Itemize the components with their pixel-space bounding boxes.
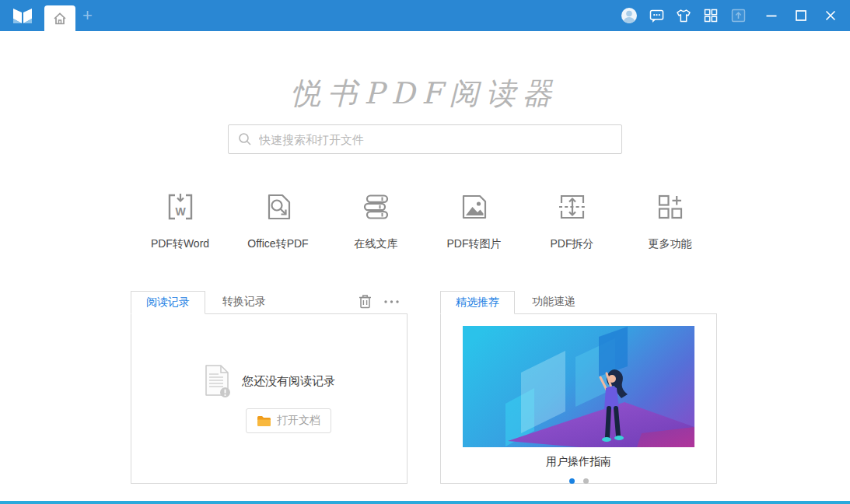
trash-icon[interactable] <box>359 294 372 309</box>
feature-pdf-split[interactable]: PDF拆分 <box>523 190 621 251</box>
open-document-label: 打开文档 <box>277 414 320 428</box>
records-content: 您还没有阅读记录 打开文档 <box>131 313 408 484</box>
pdf-split-icon <box>555 190 589 224</box>
minimize-button[interactable] <box>763 7 780 24</box>
feature-online-library[interactable]: 在线文库 <box>327 190 425 251</box>
carousel-slide-illustration[interactable] <box>463 326 694 447</box>
pdf-to-image-icon <box>457 190 491 224</box>
feature-pdf-to-image[interactable]: PDF转图片 <box>425 190 523 251</box>
apps-grid-icon[interactable] <box>702 7 719 24</box>
feature-pdf-to-word[interactable]: W PDF转Word <box>131 190 229 251</box>
theme-skin-icon[interactable] <box>675 7 692 24</box>
new-tab-button[interactable]: + <box>82 8 93 23</box>
tab-home[interactable] <box>44 5 75 31</box>
feature-label: PDF转图片 <box>425 237 523 251</box>
recommend-panel: 精选推荐 功能速递 <box>440 290 717 484</box>
feedback-icon[interactable] <box>648 7 665 24</box>
empty-state-text: 您还没有阅读记录 <box>242 374 335 389</box>
app-title: 悦书PDF阅读器 <box>0 74 850 114</box>
feature-label: PDF拆分 <box>523 237 621 251</box>
svg-text:W: W <box>175 205 186 218</box>
app-window: + <box>0 0 850 504</box>
close-button[interactable] <box>822 7 839 24</box>
feature-label: PDF转Word <box>131 237 229 251</box>
open-document-button[interactable]: 打开文档 <box>246 408 331 433</box>
records-tools <box>359 294 408 313</box>
recommend-content: 用户操作指南 <box>440 313 717 484</box>
tab-featured[interactable]: 精选推荐 <box>440 291 515 314</box>
folder-icon <box>257 415 271 427</box>
window-controls <box>763 7 839 24</box>
user-avatar[interactable] <box>621 7 638 24</box>
feature-shortcuts: W PDF转Word Office转PDF 在线文库 <box>0 190 850 251</box>
panels-row: 阅读记录 转换记录 <box>131 290 850 484</box>
empty-document-icon <box>203 364 231 398</box>
feature-label: Office转PDF <box>229 237 327 251</box>
tab-convert-history[interactable]: 转换记录 <box>205 290 283 313</box>
records-tabrow: 阅读记录 转换记录 <box>131 290 408 313</box>
titlebar: + <box>0 0 850 31</box>
feature-more[interactable]: 更多功能 <box>621 190 719 251</box>
feature-label: 在线文库 <box>327 237 425 251</box>
search-icon <box>238 132 252 146</box>
home-icon <box>52 11 68 26</box>
more-menu-icon[interactable] <box>383 299 400 304</box>
carousel-dots <box>441 478 716 484</box>
feature-label: 更多功能 <box>621 237 719 251</box>
recommend-tabrow: 精选推荐 功能速递 <box>440 290 717 313</box>
carousel-dot-1[interactable] <box>569 478 575 484</box>
online-library-icon <box>359 190 394 224</box>
carousel-caption[interactable]: 用户操作指南 <box>441 455 716 469</box>
feature-office-to-pdf[interactable]: Office转PDF <box>229 190 327 251</box>
office-to-pdf-icon <box>261 190 296 224</box>
carousel-dot-2[interactable] <box>583 478 589 484</box>
pdf-to-word-icon: W <box>163 190 198 224</box>
records-panel: 阅读记录 转换记录 <box>131 290 408 484</box>
empty-state: 您还没有阅读记录 打开文档 <box>131 314 407 483</box>
maximize-button[interactable] <box>792 7 810 24</box>
tab-reading-history[interactable]: 阅读记录 <box>131 291 205 314</box>
titlebar-actions <box>621 7 850 24</box>
app-logo-icon <box>0 5 44 26</box>
update-upload-icon[interactable] <box>729 7 747 24</box>
search-input[interactable] <box>259 133 612 146</box>
bottom-accent-bar <box>0 501 850 504</box>
more-features-icon <box>653 190 687 224</box>
tab-feature-news[interactable]: 功能速递 <box>515 290 593 313</box>
search-box[interactable] <box>228 124 622 154</box>
